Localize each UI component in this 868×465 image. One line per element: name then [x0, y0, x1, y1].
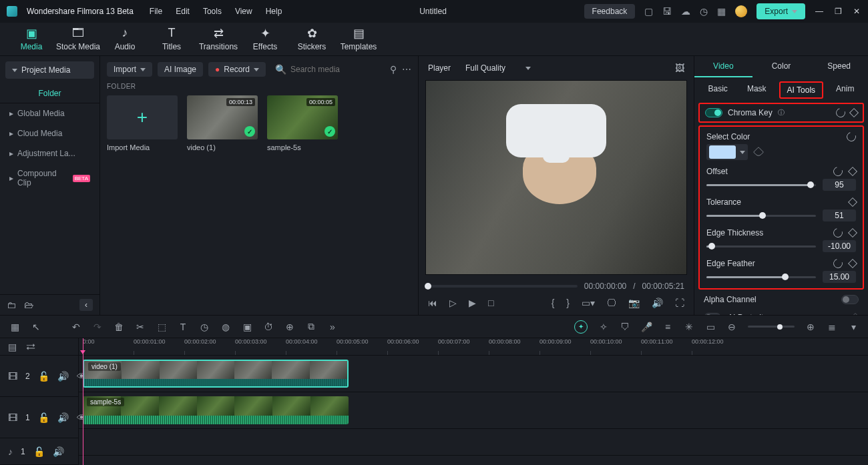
video-track-2-header[interactable]: 🎞2 🔓 🔊 👁	[0, 356, 78, 397]
ai-portrait-row[interactable]: AI Portrait	[694, 308, 868, 315]
crop-button[interactable]: ⬚	[156, 322, 167, 332]
snapshot-icon[interactable]: 🖼	[675, 63, 684, 73]
subtab-mask[interactable]: Mask	[740, 81, 773, 99]
menu-edit[interactable]: Edit	[176, 7, 190, 16]
filter-icon[interactable]: ⚲	[390, 64, 397, 75]
keyframe-icon[interactable]	[848, 197, 857, 207]
ai-image-button[interactable]: AI Image	[158, 62, 203, 77]
mixer-button[interactable]: ≡	[662, 322, 673, 332]
tab-stickers[interactable]: ✿Stickers	[288, 26, 335, 55]
timer-button[interactable]: ⏱	[263, 322, 274, 332]
offset-value[interactable]: 95	[823, 179, 856, 191]
mute-icon[interactable]: 🔊	[57, 371, 69, 382]
aspect-dropdown[interactable]: ▭▾	[582, 298, 595, 308]
more-tools-button[interactable]: »	[327, 322, 338, 332]
clip-sample-5s[interactable]: sample-5s	[83, 396, 349, 424]
delete-button[interactable]: 🗑	[114, 322, 124, 332]
timeline-settings-button[interactable]: ▾	[848, 322, 859, 332]
link-tracks-icon[interactable]: ⮂	[26, 342, 35, 352]
edge-feather-slider[interactable]	[706, 276, 816, 278]
undo-button[interactable]: ↶	[71, 322, 81, 332]
stop-button[interactable]: □	[488, 298, 493, 308]
marker-button[interactable]: ▭	[705, 322, 716, 332]
media-item-video-1[interactable]: 00:00:13✓ video (1)	[187, 95, 258, 151]
reset-icon[interactable]	[831, 257, 844, 270]
scrubber[interactable]	[428, 285, 578, 288]
tab-transitions[interactable]: ⇄Transitions	[195, 26, 242, 55]
tab-audio[interactable]: ♪Audio	[101, 26, 148, 55]
subtab-basic[interactable]: Basic	[702, 81, 734, 99]
enhance-button[interactable]: ✧	[598, 322, 609, 332]
folder-tab[interactable]: Folder	[0, 84, 99, 103]
subtab-ai-tools[interactable]: AI Tools	[779, 81, 823, 99]
tracks-icon[interactable]: ▤	[8, 342, 17, 352]
quality-dropdown[interactable]: Full Quality	[460, 61, 536, 75]
select-tool-icon[interactable]: ▦	[9, 322, 20, 332]
color-picker[interactable]	[706, 144, 748, 160]
zoom-slider[interactable]	[748, 326, 795, 328]
tab-stock-media[interactable]: 🗔Stock Media	[55, 26, 101, 55]
reset-icon[interactable]	[831, 226, 844, 239]
reset-icon[interactable]	[845, 130, 857, 143]
zoom-out-button[interactable]: ⊖	[726, 322, 737, 332]
minimize-button[interactable]: —	[815, 7, 824, 16]
next-frame-button[interactable]: ▶	[469, 298, 476, 308]
keyframe-icon[interactable]	[848, 259, 857, 268]
keyframe-icon[interactable]	[849, 108, 859, 117]
tab-video[interactable]: Video	[694, 56, 752, 77]
text-button[interactable]: T	[178, 322, 188, 332]
audio-track-1[interactable]	[79, 429, 868, 456]
volume-icon[interactable]: 🔊	[652, 298, 663, 308]
feedback-button[interactable]: Feedback	[584, 4, 636, 19]
keyframe-icon[interactable]	[848, 228, 857, 238]
offset-slider[interactable]	[706, 184, 816, 186]
project-media-header[interactable]: Project Media	[5, 61, 94, 79]
sidebar-item-compound-clip[interactable]: ▸Compound ClipBETA	[0, 163, 99, 193]
more-icon[interactable]: ⋯	[402, 64, 411, 75]
cloud-icon[interactable]: ☁	[681, 6, 690, 17]
menu-file[interactable]: File	[150, 7, 162, 16]
time-ruler[interactable]: 0:0000:00:01:0000:00:02:0000:00:03:0000:…	[79, 338, 868, 356]
beat-button[interactable]: ✳	[684, 322, 694, 332]
edge-thickness-slider[interactable]	[706, 246, 816, 248]
save-icon[interactable]: 🖫	[662, 6, 672, 17]
search-input[interactable]	[290, 65, 381, 74]
ai-button[interactable]: ✦	[574, 320, 588, 334]
tab-templates[interactable]: ▤Templates	[335, 26, 382, 55]
lock-icon[interactable]: 🔓	[38, 371, 49, 382]
mark-in-button[interactable]: {	[552, 298, 555, 308]
speed-button[interactable]: ◷	[199, 322, 210, 332]
tab-speed[interactable]: Speed	[810, 56, 868, 77]
video-track-2[interactable]: video (1)	[79, 356, 868, 392]
lock-icon[interactable]: 🔓	[38, 412, 49, 423]
reset-icon[interactable]	[834, 106, 847, 119]
mute-icon[interactable]: 🔊	[57, 412, 69, 423]
sidebar-item-cloud-media[interactable]: ▸Cloud Media	[0, 123, 99, 143]
video-track-1[interactable]: sample-5s	[79, 392, 868, 429]
tab-effects[interactable]: ✦Effects	[242, 26, 288, 55]
close-button[interactable]: ✕	[852, 7, 861, 16]
search-field[interactable]: 🔍	[271, 61, 385, 77]
user-avatar[interactable]	[735, 5, 747, 17]
center-button[interactable]: ⊕	[284, 322, 295, 332]
mute-icon[interactable]: 🔊	[53, 446, 64, 457]
keyframe-icon[interactable]	[851, 313, 860, 315]
fullscreen-icon[interactable]: ⛶	[675, 298, 684, 308]
import-media-tile[interactable]: + Import Media	[107, 95, 178, 151]
mic-button[interactable]: 🎤	[641, 322, 652, 332]
edge-thickness-value[interactable]: -10.00	[823, 240, 856, 252]
menu-view[interactable]: View	[235, 7, 252, 16]
reset-icon[interactable]	[831, 165, 844, 177]
tab-titles[interactable]: TTitles	[148, 26, 195, 55]
video-preview[interactable]	[425, 80, 687, 275]
camera-icon[interactable]: 📷	[628, 298, 640, 308]
sidebar-item-global-media[interactable]: ▸Global Media	[0, 103, 99, 123]
new-bin-icon[interactable]: 🗁	[24, 300, 33, 310]
menu-help[interactable]: Help	[266, 7, 282, 16]
collapse-sidebar-button[interactable]: ‹	[79, 299, 93, 311]
tab-color[interactable]: Color	[752, 56, 811, 77]
info-icon[interactable]: ⓘ	[778, 108, 785, 117]
lock-icon[interactable]: 🔓	[33, 446, 45, 457]
ai-portrait-toggle[interactable]	[704, 313, 721, 315]
display-icon[interactable]: 🖵	[607, 298, 616, 308]
